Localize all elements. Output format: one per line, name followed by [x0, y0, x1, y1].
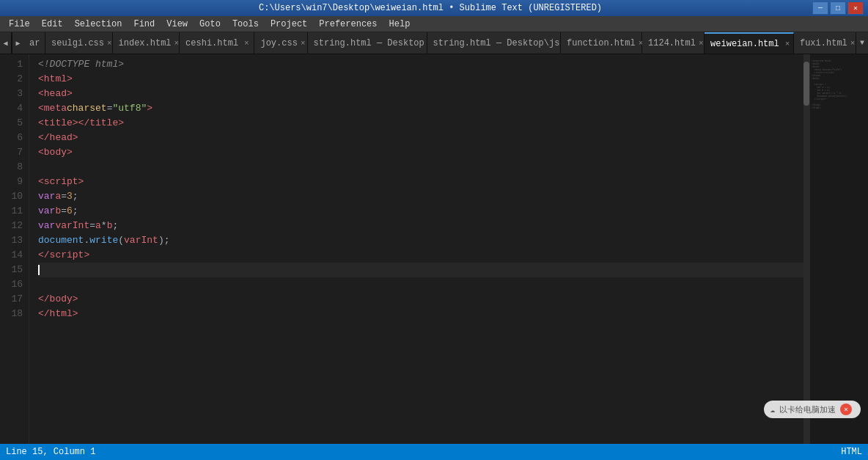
- tab-close-button[interactable]: ×: [785, 40, 790, 48]
- code-line-14: </script>: [38, 248, 809, 263]
- menu-item-edit[interactable]: Edit: [36, 18, 69, 31]
- code-line-4: <meta charset="utf8">: [38, 101, 809, 116]
- line-number: 6: [0, 131, 23, 145]
- tab-label: ceshi.html: [185, 38, 238, 48]
- tab-joy-css[interactable]: joy.css×: [254, 32, 307, 54]
- menu-item-goto[interactable]: Goto: [194, 18, 227, 31]
- code-line-11: var b = 6;: [38, 204, 809, 219]
- line-number: 18: [0, 307, 23, 321]
- minimap: <!DOCTYPE html> <html> <head> <meta char…: [809, 54, 868, 444]
- tab-scroll-left[interactable]: ◀: [0, 32, 12, 54]
- menu-item-file[interactable]: File: [3, 18, 36, 31]
- code-line-2: <html>: [38, 72, 809, 87]
- tab-close-button[interactable]: ×: [301, 39, 306, 48]
- menu-bar: FileEditSelectionFindViewGotoToolsProjec…: [0, 16, 868, 32]
- menu-item-project[interactable]: Project: [265, 18, 313, 31]
- menu-item-selection[interactable]: Selection: [69, 18, 128, 31]
- code-line-7: <body>: [38, 145, 809, 160]
- line-number: 7: [0, 145, 23, 160]
- watermark-area: ☁ 以卡给电脑加速 ✕: [721, 391, 868, 428]
- tab-seulgi-css[interactable]: seulgi.css×: [45, 32, 113, 54]
- watermark-close-button[interactable]: ✕: [840, 404, 852, 415]
- code-line-10: var a = 3;: [38, 189, 809, 204]
- tab-close-button[interactable]: ×: [699, 39, 704, 48]
- tab-label: function.html: [567, 38, 636, 48]
- line-numbers: 123456789101112131415161718: [0, 54, 29, 444]
- tab-close-button[interactable]: ×: [174, 39, 180, 48]
- line-number: 15: [0, 263, 23, 277]
- menu-item-view[interactable]: View: [161, 18, 194, 31]
- code-line-9: <script >: [38, 175, 809, 189]
- minimize-button[interactable]: ─: [812, 1, 828, 15]
- status-bar: Line 15, Column 1 HTML: [0, 444, 868, 460]
- line-number: 5: [0, 116, 23, 131]
- status-position: Line 15, Column 1: [6, 447, 95, 457]
- tab-weiweian-html[interactable]: weiweian.html×: [705, 32, 794, 54]
- menu-item-tools[interactable]: Tools: [227, 18, 265, 31]
- line-number: 13: [0, 233, 23, 248]
- tab-fuxi-html[interactable]: fuxi.html×: [794, 32, 856, 54]
- code-line-12: var varInt = a * b;: [38, 219, 809, 233]
- line-number: 14: [0, 248, 23, 263]
- scrollbar-thumb[interactable]: [803, 62, 809, 106]
- title-bar-text: C:\Users\win7\Desktop\weiweian.html • Su…: [48, 3, 812, 13]
- tab-bar: ◀ ▶ arseulgi.css×index.html×ceshi.html×j…: [0, 32, 868, 54]
- vertical-scrollbar[interactable]: [803, 54, 809, 444]
- maximize-button[interactable]: □: [830, 1, 846, 15]
- tab-dropdown[interactable]: ▼: [856, 32, 868, 54]
- menu-item-preferences[interactable]: Preferences: [313, 18, 383, 31]
- menu-item-help[interactable]: Help: [383, 18, 416, 31]
- line-number: 12: [0, 219, 23, 233]
- tab-function-html[interactable]: function.html×: [561, 32, 642, 54]
- line-number: 9: [0, 175, 23, 189]
- tab-label: string.html — Desktop\js: [433, 38, 560, 48]
- line-number: 2: [0, 72, 23, 87]
- code-line-1: <!DOCTYPE html>: [38, 57, 809, 72]
- code-line-15: [38, 263, 809, 277]
- line-number: 4: [0, 101, 23, 116]
- tab-string-html---Desktop-js[interactable]: string.html — Desktop\js×: [427, 32, 561, 54]
- tab-label: index.html: [119, 38, 172, 48]
- code-line-3: <head>: [38, 87, 809, 101]
- tab-label: 1124.html: [648, 38, 696, 48]
- tab-label: seulgi.css: [51, 38, 104, 48]
- tabs-container: arseulgi.css×index.html×ceshi.html×joy.c…: [23, 32, 856, 54]
- line-number: 17: [0, 292, 23, 307]
- code-line-16: [38, 277, 809, 292]
- tab-close-button[interactable]: ×: [107, 39, 112, 48]
- tab-string-html---Desktop[interactable]: string.html — Desktop×: [308, 32, 427, 54]
- title-bar-controls: ─ □ ✕: [812, 1, 864, 15]
- tab-close-button[interactable]: ×: [850, 39, 856, 48]
- close-button[interactable]: ✕: [847, 1, 864, 15]
- line-number: 1: [0, 57, 23, 72]
- line-number: 8: [0, 160, 23, 175]
- status-right: HTML: [841, 447, 862, 457]
- tab-1124-html[interactable]: 1124.html×: [642, 32, 705, 54]
- tab-label: weiweian.html: [710, 39, 779, 49]
- tab-label: string.html — Desktop: [314, 38, 424, 48]
- line-number: 10: [0, 189, 23, 204]
- menu-item-find[interactable]: Find: [128, 18, 161, 31]
- line-number: 11: [0, 204, 23, 219]
- tab-close-button[interactable]: ×: [244, 39, 249, 48]
- status-language: HTML: [841, 447, 862, 457]
- watermark-icon: ☁: [770, 405, 775, 415]
- tab-ceshi-html[interactable]: ceshi.html×: [180, 32, 254, 54]
- tab-ar[interactable]: ar: [23, 32, 45, 54]
- tab-label: fuxi.html: [800, 38, 847, 48]
- line-number: 3: [0, 87, 23, 101]
- code-line-18: </html>: [38, 307, 809, 321]
- watermark: ☁ 以卡给电脑加速 ✕: [764, 401, 861, 418]
- tab-scroll-right[interactable]: ▶: [12, 32, 23, 54]
- tab-label: joy.css: [260, 38, 297, 48]
- watermark-text: 以卡给电脑加速: [779, 404, 836, 415]
- code-line-13: document.write(varInt);: [38, 233, 809, 248]
- code-line-6: </head>: [38, 131, 809, 145]
- code-line-5: <title></title>: [38, 116, 809, 131]
- code-area[interactable]: <!DOCTYPE html><html><head> <meta charse…: [29, 54, 809, 444]
- tab-index-html[interactable]: index.html×: [113, 32, 180, 54]
- editor-container: 123456789101112131415161718 <!DOCTYPE ht…: [0, 54, 868, 444]
- line-number: 16: [0, 277, 23, 292]
- code-line-17: </body>: [38, 292, 809, 307]
- code-line-8: [38, 160, 809, 175]
